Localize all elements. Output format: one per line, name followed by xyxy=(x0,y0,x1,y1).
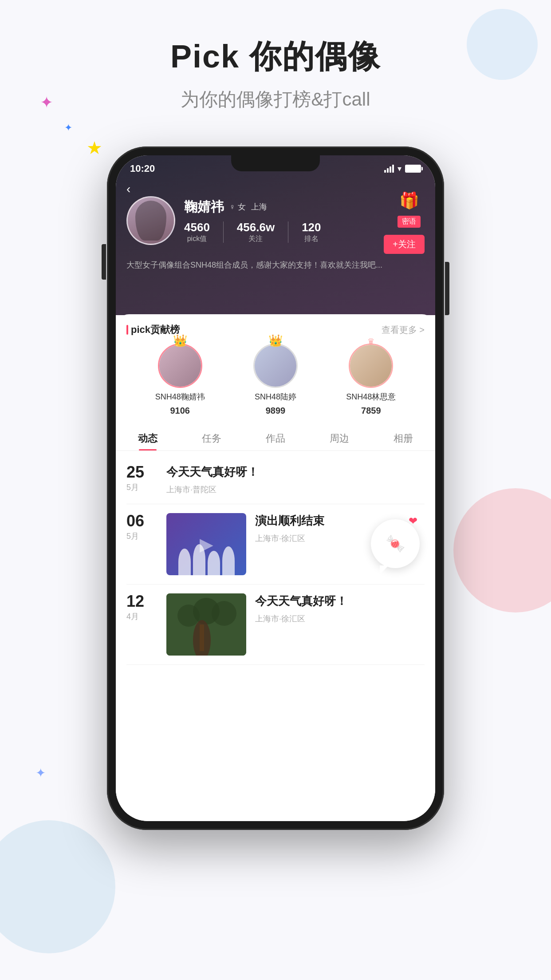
pick-ranking-section: pick贡献榜 查看更多 > 👑 xyxy=(116,314,435,420)
svg-point-2 xyxy=(177,605,200,627)
timeline-thumb-2[interactable] xyxy=(166,513,246,575)
profile-name: 鞠婧祎 xyxy=(184,198,224,216)
tab-dynamics[interactable]: 动态 xyxy=(116,425,180,450)
bg-circle-top-right xyxy=(467,9,538,80)
ranking-avatar-2: 👑 xyxy=(253,344,298,388)
candy-icon: 🍬 xyxy=(386,534,405,553)
pick-value: 4560 xyxy=(184,221,210,234)
timeline-thumb-3[interactable] xyxy=(166,593,246,656)
wifi-icon: ▾ xyxy=(398,164,401,174)
profile-name-row: 鞠婧祎 ♀ 女 上海 xyxy=(184,198,375,216)
ranking-avatar-img-3 xyxy=(349,344,393,388)
bg-circle-right xyxy=(453,488,551,612)
avatar-image xyxy=(128,198,174,244)
ranking-name-3: SNH48林思意 xyxy=(346,391,396,402)
ranking-title: pick贡献榜 xyxy=(126,323,180,336)
sparkle-pink-icon: ✦ xyxy=(40,93,53,112)
timeline-body-3: 今天天气真好呀！ 上海市·徐汇区 xyxy=(255,593,425,656)
ranking-score-1: 9106 xyxy=(170,406,190,416)
signal-icon xyxy=(384,165,394,173)
profile-top: 鞠婧祎 ♀ 女 上海 4560 pick值 456.6w xyxy=(126,187,425,254)
status-icons: ▾ xyxy=(384,164,421,174)
crown-icon-1: 👑 xyxy=(173,334,187,348)
profile-info: 鞠婧祎 ♀ 女 上海 4560 pick值 456.6w xyxy=(184,198,375,244)
timeline-body-1: 今天天气真好呀！ 上海市·普陀区 xyxy=(166,464,425,495)
timeline-location-1: 上海市·普陀区 xyxy=(166,484,425,495)
status-time: 10:20 xyxy=(130,163,155,174)
ranking-avatar-img-2 xyxy=(253,344,298,388)
tab-album[interactable]: 相册 xyxy=(371,425,435,450)
timeline-date-2: 06 5月 xyxy=(126,513,157,575)
ranking-avatar-3: ♛ xyxy=(349,344,393,388)
gift-label: 密语 xyxy=(398,216,421,228)
sparkle-blue-icon: ✦ xyxy=(64,122,72,134)
chat-bubble[interactable]: ❤ 🍬 xyxy=(371,519,420,568)
ranking-name-2: SNH48陆婷 xyxy=(255,391,296,402)
ranking-avatar-img-1 xyxy=(158,344,202,388)
outdoor-image xyxy=(166,593,246,656)
tab-works[interactable]: 作品 xyxy=(244,425,307,450)
date-month-3: 4月 xyxy=(126,611,157,622)
timeline-title-3[interactable]: 今天天气真好呀！ xyxy=(255,593,425,609)
ranking-avatar-1: 👑 xyxy=(158,344,202,388)
profile-bio: 大型女子偶像组合SNH48组合成员，感谢大家的支持！喜欢就关注我吧... xyxy=(126,259,425,271)
followers-label: 关注 xyxy=(237,234,275,244)
date-day-3: 12 xyxy=(126,593,157,609)
title-bar-icon xyxy=(126,325,128,335)
heart-icon: ❤ xyxy=(409,515,417,527)
date-day-2: 06 xyxy=(126,513,157,529)
rank-label: 排名 xyxy=(302,234,321,244)
profile-city: 上海 xyxy=(251,202,267,212)
date-month-1: 5月 xyxy=(126,482,157,493)
performance-image xyxy=(166,513,246,575)
profile-stats: 4560 pick值 456.6w 关注 120 排名 xyxy=(184,221,375,244)
pick-label: pick值 xyxy=(184,234,210,244)
tab-merchandise[interactable]: 周边 xyxy=(307,425,371,450)
profile-section: 鞠婧祎 ♀ 女 上海 4560 pick值 456.6w xyxy=(116,178,435,278)
performers xyxy=(166,526,246,575)
date-month-2: 5月 xyxy=(126,531,157,541)
card-area: pick贡献榜 查看更多 > 👑 xyxy=(116,314,435,821)
ranking-item-1[interactable]: 👑 SNH48鞠婧祎 9106 xyxy=(155,344,205,416)
stat-rank: 120 排名 xyxy=(302,221,321,244)
profile-gender: ♀ 女 xyxy=(229,202,246,212)
tab-tasks[interactable]: 任务 xyxy=(180,425,244,450)
tabs-bar: 动态 任务 作品 周边 相册 xyxy=(116,425,435,451)
date-day-1: 25 xyxy=(126,464,157,480)
phone-notch xyxy=(231,155,320,171)
rank-value: 120 xyxy=(302,221,321,234)
sparkle-blue2-icon: ✦ xyxy=(35,766,46,780)
phone-screen: 10:20 ▾ ‹ xyxy=(116,155,435,821)
svg-point-3 xyxy=(212,601,236,626)
gift-button[interactable]: 🎁 密语 xyxy=(394,187,425,228)
timeline-item-3: 12 4月 xyxy=(126,585,425,665)
timeline-date-1: 25 5月 xyxy=(126,464,157,495)
follow-button[interactable]: +关注 xyxy=(384,235,425,254)
stat-pick: 4560 pick值 xyxy=(184,221,210,244)
ranking-item-3[interactable]: ♛ SNH48林思意 7859 xyxy=(346,344,396,416)
ranking-score-2: 9899 xyxy=(266,406,286,416)
crown-icon-3: ♛ xyxy=(367,336,374,346)
phone-outer: 10:20 ▾ ‹ xyxy=(107,146,444,830)
gift-icon: 🎁 xyxy=(394,187,425,214)
phone-mockup: 10:20 ▾ ‹ xyxy=(107,146,444,830)
stat-followers: 456.6w 关注 xyxy=(237,221,275,244)
crown-icon-2: 👑 xyxy=(268,334,283,348)
timeline-location-3: 上海市·徐汇区 xyxy=(255,613,425,624)
battery-icon xyxy=(405,165,421,173)
avatar-silhouette xyxy=(135,201,166,241)
profile-right: 🎁 密语 +关注 xyxy=(384,187,425,254)
bg-circle-bottom-left xyxy=(0,820,115,953)
ranking-score-3: 7859 xyxy=(361,406,381,416)
timeline-item-1: 25 5月 今天天气真好呀！ 上海市·普陀区 xyxy=(126,455,425,504)
avatar[interactable] xyxy=(126,196,175,245)
timeline-date-3: 12 4月 xyxy=(126,593,157,656)
sparkle-yellow-icon: ★ xyxy=(87,138,102,158)
page-subtitle: 为你的偶像打榜&打call xyxy=(0,87,551,112)
ranking-item-2[interactable]: 👑 SNH48陆婷 9899 xyxy=(253,344,298,416)
ranking-list: 👑 SNH48鞠婧祎 9106 👑 xyxy=(126,344,425,416)
view-more-link[interactable]: 查看更多 > xyxy=(382,324,425,336)
followers-value: 456.6w xyxy=(237,221,275,234)
timeline-title-1[interactable]: 今天天气真好呀！ xyxy=(166,464,425,480)
ranking-name-1: SNH48鞠婧祎 xyxy=(155,391,205,402)
